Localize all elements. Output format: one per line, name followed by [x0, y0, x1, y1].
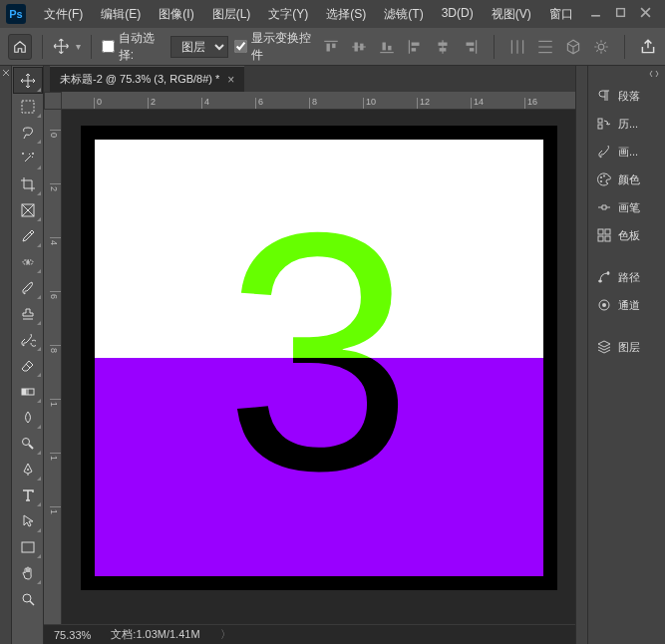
- panel-brushes[interactable]: 画...: [588, 138, 665, 165]
- ruler-tick: 1: [50, 399, 62, 407]
- svg-rect-11: [383, 42, 386, 50]
- frame-tool[interactable]: [14, 197, 42, 222]
- blur-tool[interactable]: [14, 405, 42, 430]
- panel-color[interactable]: 颜色: [588, 165, 665, 193]
- status-flyout-icon[interactable]: 〉: [220, 627, 231, 642]
- show-transform-label[interactable]: 显示变换控件: [234, 30, 316, 64]
- svg-point-57: [602, 303, 606, 307]
- panel-swatches[interactable]: 色板: [588, 221, 665, 249]
- doc-info[interactable]: 文档:1.03M/1.41M: [111, 627, 199, 642]
- pen-tool[interactable]: [14, 457, 42, 482]
- move-tool[interactable]: [14, 68, 42, 93]
- artboard[interactable]: 3: [95, 140, 543, 576]
- ruler-tick: 16: [524, 98, 537, 110]
- type-tool[interactable]: [14, 483, 42, 507]
- auto-select-checkbox[interactable]: [102, 40, 115, 53]
- panel-paragraph[interactable]: 段落: [588, 82, 665, 110]
- share-icon[interactable]: [639, 38, 657, 56]
- ruler-tick: 4: [50, 237, 62, 245]
- crop-tool[interactable]: [14, 171, 42, 196]
- rectangle-tool[interactable]: [14, 534, 42, 559]
- title-bar: Ps 文件(F) 编辑(E) 图像(I) 图层(L) 文字(Y) 选择(S) 滤…: [0, 0, 665, 28]
- wand-tool[interactable]: [14, 146, 42, 170]
- ruler-tick: 0: [50, 130, 62, 138]
- svg-rect-21: [470, 48, 475, 51]
- zoom-level[interactable]: 75.33%: [54, 629, 91, 641]
- align-right-icon[interactable]: [462, 38, 480, 56]
- 3d-mode-icon[interactable]: [564, 38, 582, 56]
- gear-icon[interactable]: [592, 38, 610, 56]
- panel-history[interactable]: 历...: [588, 110, 665, 138]
- svg-point-49: [600, 180, 602, 182]
- panel-layers[interactable]: 图层: [588, 333, 665, 361]
- canvas-viewport[interactable]: 3: [62, 110, 575, 606]
- menu-image[interactable]: 图像(I): [151, 2, 201, 27]
- dodge-tool[interactable]: [14, 431, 42, 456]
- svg-line-44: [30, 601, 34, 605]
- divider: [624, 35, 625, 59]
- status-bar: 75.33% 文档:1.03M/1.41M 〉: [44, 624, 575, 644]
- menu-file[interactable]: 文件(F): [36, 2, 91, 27]
- svg-point-43: [23, 594, 31, 602]
- tab-close-icon[interactable]: ×: [227, 73, 234, 87]
- tab-title: 未标题-2 @ 75.3% (3, RGB/8#) *: [60, 72, 219, 87]
- heal-tool[interactable]: [14, 249, 42, 274]
- auto-select-checkbox-label[interactable]: 自动选择:: [102, 30, 165, 64]
- panel-brush-settings[interactable]: 画笔: [588, 193, 665, 221]
- ruler-origin[interactable]: [44, 92, 62, 110]
- hand-tool[interactable]: [14, 560, 42, 585]
- menu-view[interactable]: 视图(V): [484, 2, 539, 27]
- menu-type[interactable]: 文字(Y): [260, 2, 316, 27]
- menu-layer[interactable]: 图层(L): [204, 2, 259, 27]
- menu-edit[interactable]: 编辑(E): [93, 2, 149, 27]
- gradient-tool[interactable]: [14, 379, 42, 404]
- left-collapse-strip[interactable]: [0, 66, 12, 644]
- show-transform-checkbox[interactable]: [234, 40, 247, 53]
- distribute-v-icon[interactable]: [536, 38, 554, 56]
- menu-filter[interactable]: 滤镜(T): [376, 2, 431, 27]
- panel-paths[interactable]: 路径: [588, 263, 665, 291]
- svg-rect-37: [22, 389, 26, 395]
- panel-dock: 段落 历... 画... 颜色 画笔 色板 路径 通道 图层: [587, 66, 665, 644]
- canvas-area: 未标题-2 @ 75.3% (3, RGB/8#) * × 0 2 4 6 8 …: [44, 66, 575, 644]
- svg-rect-15: [412, 48, 417, 51]
- svg-point-41: [27, 469, 29, 471]
- ruler-vertical[interactable]: 0 2 4 6 8 1 1 1: [44, 110, 62, 624]
- eyedropper-tool[interactable]: [14, 223, 42, 248]
- canvas-wrap: 0 2 4 6 8 10 12 14 16 18 0 2 4 6 8 1 1 1: [44, 92, 575, 624]
- brush-tool[interactable]: [14, 275, 42, 300]
- align-vcenter-icon[interactable]: [350, 38, 368, 56]
- ruler-tick: 8: [309, 98, 317, 110]
- align-left-icon[interactable]: [406, 38, 424, 56]
- minimize-button[interactable]: [590, 7, 601, 21]
- close-button[interactable]: [640, 7, 651, 21]
- align-top-icon[interactable]: [322, 38, 340, 56]
- menu-window[interactable]: 窗口: [541, 2, 581, 27]
- maximize-button[interactable]: [615, 7, 626, 21]
- panel-channels[interactable]: 通道: [588, 291, 665, 319]
- path-select-tool[interactable]: [14, 508, 42, 533]
- right-collapse-strip[interactable]: [575, 66, 587, 644]
- svg-rect-1: [617, 9, 625, 17]
- ruler-horizontal[interactable]: 0 2 4 6 8 10 12 14 16 18: [62, 92, 575, 110]
- document-tab[interactable]: 未标题-2 @ 75.3% (3, RGB/8#) * ×: [50, 66, 244, 92]
- lasso-tool[interactable]: [14, 120, 42, 145]
- svg-rect-53: [605, 236, 610, 241]
- align-bottom-icon[interactable]: [378, 38, 396, 56]
- zoom-tool[interactable]: [14, 586, 42, 611]
- tool-preset-dropdown[interactable]: ▾: [76, 41, 81, 52]
- svg-point-28: [598, 44, 604, 50]
- align-hcenter-icon[interactable]: [434, 38, 452, 56]
- align-icons: [322, 35, 657, 59]
- panel-expand-icon[interactable]: [588, 70, 665, 82]
- distribute-h-icon[interactable]: [508, 38, 526, 56]
- svg-rect-51: [605, 229, 610, 234]
- home-button[interactable]: [8, 34, 32, 60]
- menu-3d[interactable]: 3D(D): [434, 2, 482, 27]
- eraser-tool[interactable]: [14, 353, 42, 378]
- menu-select[interactable]: 选择(S): [318, 2, 374, 27]
- history-brush-tool[interactable]: [14, 327, 42, 352]
- auto-select-target[interactable]: 图层: [170, 36, 228, 58]
- stamp-tool[interactable]: [14, 301, 42, 326]
- marquee-tool[interactable]: [14, 94, 42, 119]
